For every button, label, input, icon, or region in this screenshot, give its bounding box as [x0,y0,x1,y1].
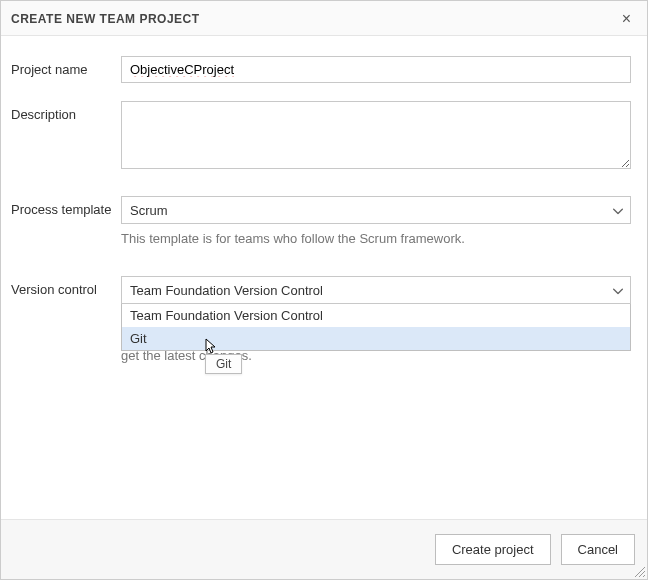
close-button[interactable]: × [618,11,635,27]
dialog-header: CREATE NEW TEAM PROJECT × [1,1,647,36]
row-description: Description [11,101,637,172]
create-team-project-dialog: CREATE NEW TEAM PROJECT × Project name D… [0,0,648,580]
dialog-body: Project name Description Process templat… [1,36,647,519]
process-template-help: This template is for teams who follow th… [121,230,631,248]
project-name-input[interactable] [121,56,631,83]
tooltip-text: Git [216,357,231,371]
field-description [121,101,637,172]
version-control-option-tfvc[interactable]: Team Foundation Version Control [122,304,630,327]
row-process-template: Process template Scrum This template is … [11,196,637,248]
version-control-selected: Team Foundation Version Control [121,276,631,304]
process-template-select[interactable]: Scrum [121,196,631,224]
field-version-control: Team Foundation Version Control Team Fou… [121,276,637,363]
description-input[interactable] [121,101,631,169]
version-control-option-git[interactable]: Git [122,327,630,350]
field-project-name [121,56,637,83]
field-process-template: Scrum This template is for teams who fol… [121,196,637,248]
version-control-select[interactable]: Team Foundation Version Control Team Fou… [121,276,631,304]
cancel-button[interactable]: Cancel [561,534,635,565]
dialog-title: CREATE NEW TEAM PROJECT [11,12,200,26]
label-version-control: Version control [11,276,121,297]
close-icon: × [622,10,631,27]
label-process-template: Process template [11,196,121,217]
version-control-selected-text: Team Foundation Version Control [130,283,323,298]
hover-tooltip: Git [205,354,242,374]
label-description: Description [11,101,121,122]
process-template-selected: Scrum [121,196,631,224]
create-project-button[interactable]: Create project [435,534,551,565]
label-project-name: Project name [11,56,121,77]
row-project-name: Project name [11,56,637,83]
dialog-footer: Create project Cancel [1,519,647,579]
process-template-selected-text: Scrum [130,203,168,218]
row-version-control: Version control Team Foundation Version … [11,276,637,363]
version-control-dropdown: Team Foundation Version Control Git [121,304,631,351]
